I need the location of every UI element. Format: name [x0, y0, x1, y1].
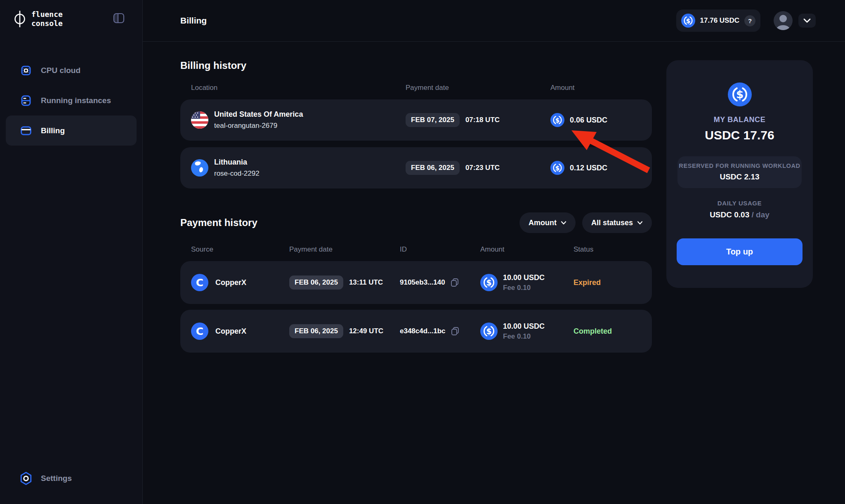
sidebar-item-label: Running instances: [41, 96, 111, 105]
my-balance-value: USDC 17.76: [705, 128, 774, 142]
daily-usage-value: USDC 0.03 / day: [710, 210, 769, 219]
column-header: Status: [574, 245, 641, 254]
collapse-sidebar-button[interactable]: [111, 11, 127, 26]
date-chip: FEB 06, 2025: [289, 324, 343, 338]
time-label: 12:49 UTC: [349, 327, 383, 335]
amount-value: 0.12 USDC: [570, 164, 607, 172]
credit-card-icon: [19, 124, 33, 137]
cpu-chip-icon: [19, 64, 33, 77]
globe-icon: [191, 159, 208, 177]
sidebar-item-billing[interactable]: Billing: [6, 115, 137, 146]
location-name: Lithuania: [214, 158, 260, 167]
time-label: 07:18 UTC: [465, 116, 500, 124]
usdc-coin-icon: $: [681, 14, 695, 28]
balance-badge[interactable]: $ 17.76 USDC ?: [676, 9, 760, 32]
billing-history-title: Billing history: [180, 60, 652, 71]
amount-filter-dropdown[interactable]: Amount: [519, 212, 576, 233]
date-chip: FEB 06, 2025: [406, 161, 460, 175]
content: Billing history Location Payment date Am…: [143, 42, 845, 504]
logo-text: fluenceconsole: [31, 10, 63, 28]
source-name: CopperX: [215, 327, 246, 336]
balance-panel: $ MY BALANCE USDC 17.76 RESERVED FOR RUN…: [666, 60, 813, 288]
sidebar-item-running-instances[interactable]: Running instances: [6, 85, 137, 115]
date-chip: FEB 07, 2025: [406, 113, 460, 127]
sidebar-item-label: CPU cloud: [41, 66, 80, 75]
payment-row: C CopperX FEB 06, 2025 12:49 UTC e348c4d…: [180, 310, 652, 353]
copy-icon[interactable]: [449, 277, 460, 288]
settings-icon: [19, 471, 33, 485]
us-flag-icon: [191, 111, 208, 129]
billing-history-header: Location Payment date Amount: [180, 84, 652, 92]
transaction-id: 9105eb3...140: [400, 278, 445, 287]
status-badge: Completed: [574, 327, 612, 336]
location-name: United States Of America: [214, 110, 303, 119]
my-balance-label: MY BALANCE: [714, 115, 766, 124]
account-menu-button[interactable]: [798, 14, 816, 28]
payment-history-header: Source Payment date ID Amount Status: [180, 245, 652, 254]
avatar[interactable]: [774, 11, 793, 30]
usdc-coin-icon: $: [480, 274, 498, 291]
phi-logo-icon: [12, 9, 27, 29]
sidebar-item-settings[interactable]: Settings: [6, 463, 137, 493]
app-root: fluenceconsole: [0, 0, 845, 504]
svg-text:C: C: [196, 325, 203, 337]
svg-text:$: $: [555, 165, 560, 172]
daily-usage-suffix: / day: [752, 210, 769, 219]
server-icon: [19, 94, 33, 107]
column-header: Payment date: [289, 245, 400, 254]
svg-text:$: $: [555, 117, 560, 124]
instance-name: rose-cod-2292: [214, 170, 260, 178]
usdc-coin-icon: $: [550, 113, 564, 127]
payment-history-title: Payment history: [180, 217, 257, 228]
filter-label: All statuses: [591, 219, 633, 227]
sidebar-item-label: Settings: [41, 474, 72, 483]
svg-text:$: $: [486, 278, 491, 287]
usdc-coin-icon: $: [728, 82, 752, 106]
column-header: Amount: [480, 245, 574, 254]
billing-row: United States Of America teal-orangutan-…: [180, 99, 652, 141]
sidebar-item-cpu-cloud[interactable]: CPU cloud: [6, 55, 137, 85]
top-bar: Billing $ 17.76 USDC ?: [143, 0, 845, 42]
app-logo: fluenceconsole: [12, 9, 63, 29]
status-badge: Expired: [574, 278, 601, 287]
date-chip: FEB 06, 2025: [289, 276, 343, 290]
chevron-down-icon: [803, 18, 811, 23]
daily-usage-label: DAILY USAGE: [718, 200, 762, 207]
help-icon[interactable]: ?: [744, 15, 755, 26]
instance-name: teal-orangutan-2679: [214, 122, 303, 130]
usdc-coin-icon: $: [550, 161, 564, 175]
time-label: 13:11 UTC: [349, 278, 383, 287]
usdc-coin-icon: $: [480, 323, 498, 340]
sidebar-item-label: Billing: [41, 126, 65, 135]
payment-row: C CopperX FEB 06, 2025 13:11 UTC 9105eb3…: [180, 261, 652, 304]
column-header: Source: [191, 245, 289, 254]
svg-text:C: C: [196, 277, 203, 289]
amount-value: 0.06 USDC: [570, 116, 607, 125]
filter-label: Amount: [529, 219, 557, 227]
sidebar: fluenceconsole: [0, 0, 143, 504]
header-balance-value: 17.76 USDC: [700, 16, 739, 25]
column-header: Location: [191, 84, 406, 92]
chevron-down-icon: [637, 221, 643, 225]
collapse-sidebar-icon: [113, 12, 125, 24]
column-header: Payment date: [406, 84, 550, 92]
copy-icon[interactable]: [450, 326, 460, 337]
reserved-box: RESERVED FOR RUNNING WORKLOAD USDC 2.13: [677, 156, 802, 188]
amount-value: 10.00 USDC: [503, 273, 545, 282]
fee-label: Fee 0.10: [503, 332, 545, 341]
transaction-id: e348c4d...1bc: [400, 327, 446, 335]
svg-text:$: $: [686, 17, 690, 25]
sidebar-nav: CPU cloud Running instances: [0, 55, 142, 146]
column-header: ID: [400, 245, 480, 254]
copperx-icon: C: [191, 323, 208, 340]
main-area: Billing $ 17.76 USDC ?: [143, 0, 845, 504]
reserved-value: USDC 2.13: [677, 172, 802, 181]
chevron-down-icon: [561, 221, 566, 225]
copperx-icon: C: [191, 274, 208, 291]
top-up-button[interactable]: Top up: [677, 238, 803, 265]
billing-row: Lithuania rose-cod-2292 FEB 06, 2025 07:…: [180, 147, 652, 188]
svg-text:$: $: [736, 88, 743, 101]
time-label: 07:23 UTC: [465, 164, 500, 172]
fee-label: Fee 0.10: [503, 284, 545, 292]
status-filter-dropdown[interactable]: All statuses: [582, 212, 652, 233]
